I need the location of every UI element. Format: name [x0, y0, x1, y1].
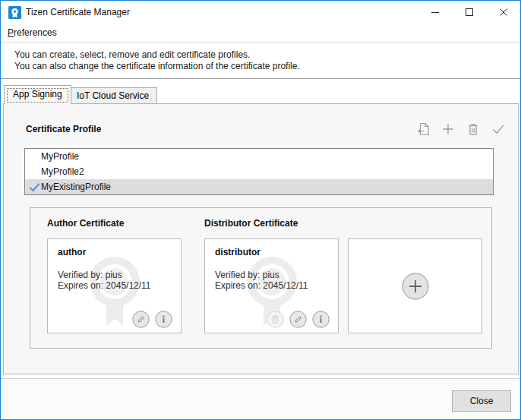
distributor-certificate-heading: Distributor Certificate	[204, 218, 298, 229]
trash-icon-disabled	[267, 311, 284, 328]
profile-row-myexistingprofile[interactable]: MyExistingProfile	[25, 179, 493, 194]
app-signing-panel: Certificate Profile	[3, 103, 519, 374]
profile-list: MyProfile MyProfile2 MyExistingProfile	[24, 148, 494, 195]
footer: Close	[1, 379, 520, 419]
author-certificate-card: author Verified by: pius Expires on: 204…	[47, 238, 182, 333]
plus-circle-icon	[401, 272, 429, 300]
author-cert-expires-on: Expires on: 2045/12/11	[58, 280, 151, 291]
tab-iot-cloud-service-label: IoT Cloud Service	[77, 90, 149, 101]
edit-author-certificate-button[interactable]	[132, 311, 150, 328]
close-icon	[499, 8, 508, 17]
maximize-icon	[465, 8, 474, 17]
profile-row-myprofile[interactable]: MyProfile	[25, 149, 493, 164]
maximize-button[interactable]	[452, 1, 486, 24]
certificate-profile-title: Certificate Profile	[26, 124, 101, 134]
active-profile-check-icon	[25, 182, 41, 193]
empty-certificate-card	[348, 238, 482, 333]
distributor-certificate-card: distributor Verified by: pius Expires on…	[204, 238, 339, 333]
intro-line-2: You can also change the certificate info…	[14, 61, 520, 72]
info-icon	[155, 311, 172, 328]
minimize-icon	[431, 8, 440, 17]
tab-app-signing[interactable]: App Signing	[4, 85, 71, 104]
info-icon	[312, 311, 330, 328]
menu-preferences[interactable]: Preferences	[3, 24, 62, 42]
document-import-icon	[415, 122, 431, 137]
set-active-profile-button[interactable]	[491, 122, 506, 137]
profile-row-myprofile2[interactable]: MyProfile2	[25, 164, 493, 179]
profile-name: MyProfile	[41, 151, 79, 162]
close-window-button[interactable]	[486, 1, 520, 24]
titlebar[interactable]: Tizen Certificate Manager	[1, 1, 520, 24]
tizen-certificate-manager-window: Tizen Certificate Manager Preferences Yo…	[0, 0, 521, 420]
plus-icon	[440, 122, 456, 137]
author-card-buttons	[132, 311, 172, 328]
profile-toolbar	[415, 122, 506, 137]
edit-distributor-certificate-button[interactable]	[289, 311, 307, 328]
remove-profile-button[interactable]	[466, 122, 481, 137]
import-profiles-button[interactable]	[415, 122, 431, 137]
add-profile-button[interactable]	[440, 122, 456, 137]
distributor-card-buttons	[267, 311, 330, 328]
intro-text: You can create, select, remove and edit …	[1, 43, 520, 79]
distributor-cert-name: distributor	[215, 247, 260, 257]
profile-name: MyProfile2	[41, 166, 84, 177]
certificates-group: Author Certificate Distributor Certifica…	[30, 207, 492, 349]
author-certificate-info-button[interactable]	[155, 311, 172, 328]
author-certificate-heading: Author Certificate	[47, 218, 124, 229]
check-icon	[491, 122, 506, 137]
tab-iot-cloud-service[interactable]: IoT Cloud Service	[68, 87, 157, 104]
window-title: Tizen Certificate Manager	[26, 7, 130, 17]
pencil-icon	[289, 311, 307, 328]
remove-distributor-certificate-button[interactable]	[267, 311, 284, 328]
intro-line-1: You can create, select, remove and edit …	[14, 49, 520, 61]
menubar: Preferences	[1, 24, 520, 43]
pencil-icon	[132, 311, 150, 328]
tizen-app-icon	[8, 6, 21, 19]
author-cert-verified-by: Verified by: pius	[58, 270, 122, 280]
trash-icon	[466, 122, 481, 137]
profile-name: MyExistingProfile	[41, 182, 111, 192]
window-controls	[418, 1, 520, 24]
close-button[interactable]: Close	[452, 390, 511, 412]
distributor-cert-expires-on: Expires on: 2045/12/11	[215, 280, 308, 291]
add-certificate-button[interactable]	[401, 272, 429, 300]
distributor-certificate-info-button[interactable]	[312, 311, 330, 328]
author-cert-name: author	[58, 247, 86, 257]
distributor-cert-verified-by: Verified by: pius	[215, 270, 279, 280]
tab-app-signing-label: App Signing	[13, 89, 62, 99]
minimize-button[interactable]	[418, 1, 452, 24]
